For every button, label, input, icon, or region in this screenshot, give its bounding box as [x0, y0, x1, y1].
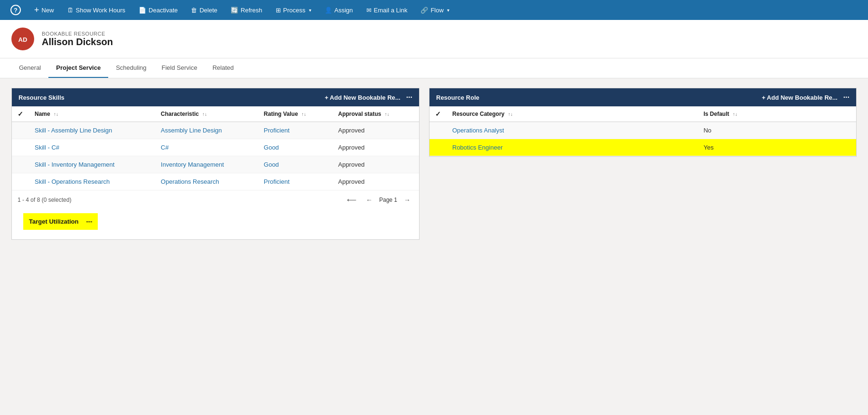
process-icon: ⊞	[276, 7, 281, 14]
help-button[interactable]: ?	[4, 0, 28, 20]
assign-button[interactable]: 👤 Assign	[318, 0, 360, 20]
skill-name-link[interactable]: Skill - Operations Research	[35, 178, 110, 185]
rating-value-column-header[interactable]: Rating Value ↑↓	[258, 106, 333, 122]
assign-icon: 👤	[325, 7, 332, 14]
is-default-cell: Yes	[698, 139, 856, 156]
resource-category-column-header[interactable]: Resource Category ↑↓	[447, 106, 698, 122]
card-header-right: + Add New Bookable Re... ···	[325, 93, 412, 102]
characteristic-cell: C#	[155, 139, 258, 156]
header-text: BOOKABLE RESOURCE Allison Dickson	[42, 31, 113, 47]
role-row-checkbox[interactable]	[429, 122, 447, 139]
resource-skills-header: Resource Skills + Add New Bookable Re...…	[12, 88, 419, 106]
approval-status-cell: Approved	[332, 139, 419, 156]
skill-name-cell: Skill - C#	[29, 139, 155, 156]
table-row: Operations Analyst No	[429, 122, 856, 139]
select-all-header[interactable]: ✓	[12, 106, 29, 122]
tab-general[interactable]: General	[11, 58, 48, 78]
email-link-button[interactable]: ✉ Email a Link	[360, 0, 414, 20]
characteristic-column-header[interactable]: Characteristic ↑↓	[155, 106, 258, 122]
resource-role-header-right: + Add New Bookable Re... ···	[762, 93, 849, 102]
is-default-column-header[interactable]: Is Default ↑↓	[698, 106, 856, 122]
refresh-button[interactable]: 🔄 Refresh	[224, 0, 269, 20]
table-row: Skill - Inventory Management Inventory M…	[12, 156, 419, 173]
approval-status-cell: Approved	[332, 156, 419, 173]
resource-role-title: Resource Role	[436, 94, 479, 101]
deactivate-button[interactable]: 📄 Deactivate	[132, 0, 184, 20]
table-row: Skill - Assembly Line Design Assembly Li…	[12, 122, 419, 139]
row-checkbox[interactable]	[12, 156, 29, 173]
resource-category-link[interactable]: Operations Analyst	[452, 127, 504, 134]
role-select-all-header[interactable]: ✓	[429, 106, 447, 122]
characteristic-link[interactable]: Operations Research	[161, 178, 219, 185]
next-page-button[interactable]: →	[401, 195, 413, 205]
approval-status-column-header[interactable]: Approval status ↑↓	[332, 106, 419, 122]
resource-role-more-options-icon[interactable]: ···	[843, 93, 849, 102]
new-button[interactable]: + New	[28, 0, 61, 20]
prev-page-button[interactable]: ←	[363, 195, 375, 205]
row-checkbox[interactable]	[12, 173, 29, 190]
table-row: Skill - C# C# Good Approved	[12, 139, 419, 156]
header-subtitle: BOOKABLE RESOURCE	[42, 31, 113, 37]
rating-link[interactable]: Good	[264, 161, 279, 168]
card-header-left: Resource Skills	[19, 94, 65, 101]
approval-status-cell: Approved	[332, 173, 419, 190]
delete-button[interactable]: 🗑 Delete	[184, 0, 224, 20]
target-utilization-badge: Target Utilization ---	[23, 213, 98, 230]
rating-link[interactable]: Proficient	[264, 127, 289, 134]
first-page-button[interactable]: ⟵	[344, 195, 359, 205]
name-header-label: Name	[35, 111, 50, 117]
rating-value-cell: Good	[258, 156, 333, 173]
more-options-icon[interactable]: ···	[406, 93, 412, 102]
is-default-header-label: Is Default	[703, 111, 729, 117]
table-row: Robotics Engineer Yes	[429, 139, 856, 156]
flow-button[interactable]: 🔗 Flow ▾	[414, 0, 456, 20]
role-row-checkbox[interactable]	[429, 139, 447, 156]
rating-value-cell: Good	[258, 139, 333, 156]
process-button[interactable]: ⊞ Process ▾	[269, 0, 318, 20]
chevron-down-icon: ▾	[309, 8, 311, 13]
skill-name-cell: Skill - Inventory Management	[29, 156, 155, 173]
delete-icon: 🗑	[191, 7, 197, 14]
is-default-cell: No	[698, 122, 856, 139]
toolbar: ? + New 🗓 Show Work Hours 📄 Deactivate 🗑…	[0, 0, 868, 20]
rating-link[interactable]: Proficient	[264, 178, 289, 185]
name-column-header[interactable]: Name ↑↓	[29, 106, 155, 122]
email-icon: ✉	[366, 7, 372, 14]
delete-label: Delete	[199, 7, 217, 14]
rating-link[interactable]: Good	[264, 144, 279, 151]
skill-name-link[interactable]: Skill - C#	[35, 144, 59, 151]
add-new-bookable-resource-skills-button[interactable]: + Add New Bookable Re...	[325, 94, 401, 101]
row-checkbox[interactable]	[12, 122, 29, 139]
tab-related[interactable]: Related	[205, 58, 242, 78]
add-new-bookable-resource-role-button[interactable]: + Add New Bookable Re...	[762, 94, 838, 101]
tab-project-service[interactable]: Project Service	[48, 58, 108, 78]
resource-skills-title: Resource Skills	[19, 94, 65, 101]
characteristic-link[interactable]: C#	[161, 144, 169, 151]
approval-header-label: Approval status	[338, 111, 381, 117]
pagination: 1 - 4 of 8 (0 selected) ⟵ ← Page 1 →	[12, 190, 419, 209]
header-title: Allison Dickson	[42, 37, 113, 47]
table-row: Skill - Operations Research Operations R…	[12, 173, 419, 190]
resource-role-header-left: Resource Role	[436, 94, 479, 101]
characteristic-link[interactable]: Inventory Management	[161, 161, 224, 168]
pagination-nav: ⟵ ← Page 1 →	[344, 195, 413, 205]
target-utilization-container: Target Utilization ---	[12, 209, 419, 239]
characteristic-link[interactable]: Assembly Line Design	[161, 127, 222, 134]
skill-name-link[interactable]: Skill - Inventory Management	[35, 161, 114, 168]
page-header: AD BOOKABLE RESOURCE Allison Dickson	[0, 20, 868, 58]
show-work-hours-button[interactable]: 🗓 Show Work Hours	[61, 0, 132, 20]
resource-category-link[interactable]: Robotics Engineer	[452, 144, 503, 151]
row-checkbox[interactable]	[12, 139, 29, 156]
process-label: Process	[283, 7, 306, 14]
skill-name-link[interactable]: Skill - Assembly Line Design	[35, 127, 112, 134]
refresh-icon: 🔄	[231, 7, 238, 14]
svg-text:AD: AD	[19, 36, 28, 43]
rating-sort-icon: ↑↓	[301, 112, 306, 117]
skill-name-cell: Skill - Assembly Line Design	[29, 122, 155, 139]
tab-scheduling[interactable]: Scheduling	[108, 58, 154, 78]
resource-role-table: ✓ Resource Category ↑↓ Is Default ↑↓ Ope…	[429, 106, 856, 156]
is-default-sort-icon: ↑↓	[733, 112, 737, 117]
resource-category-cell: Robotics Engineer	[447, 139, 698, 156]
plus-icon: +	[34, 5, 39, 15]
tab-field-service[interactable]: Field Service	[154, 58, 205, 78]
